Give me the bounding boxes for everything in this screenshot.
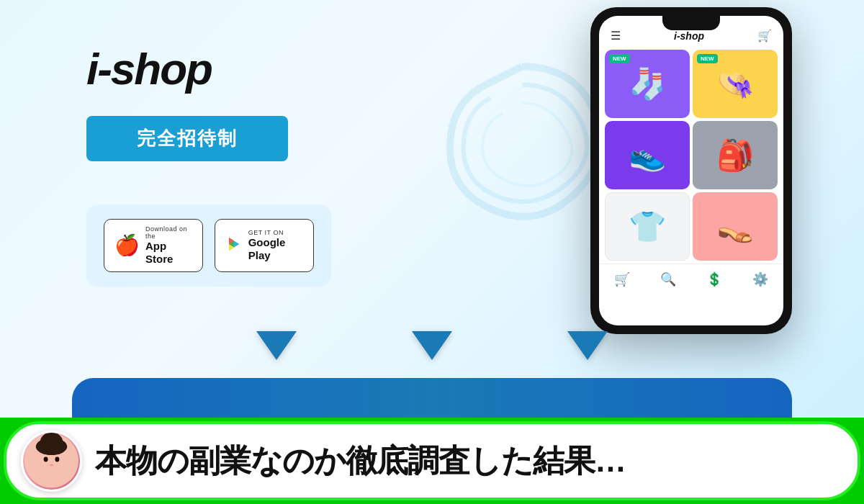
left-content: i-shop 完全招待制 🍎 Download on the App Store bbox=[86, 43, 461, 287]
phone-nav-cart[interactable]: 🛒 bbox=[614, 271, 630, 287]
googleplay-button[interactable]: GET IT ON Google Play bbox=[215, 219, 314, 272]
phone-bottom-nav: 🛒 🔍 💲 ⚙️ bbox=[599, 264, 783, 294]
phone-notch bbox=[662, 16, 720, 30]
googleplay-text: GET IT ON Google Play bbox=[248, 229, 303, 262]
svg-marker-3 bbox=[234, 241, 239, 248]
blue-bar bbox=[72, 378, 792, 418]
phone-cart-icon: 🛒 bbox=[757, 29, 772, 42]
new-badge-2: NEW bbox=[697, 54, 718, 63]
store-buttons-container: 🍎 Download on the App Store bbox=[86, 204, 331, 287]
googleplay-icon bbox=[225, 235, 243, 256]
product-item-3[interactable]: 👟 bbox=[605, 121, 690, 189]
phone-mockup: ☰ i-shop 🛒 NEW 🧦 NEW 👒 bbox=[590, 7, 792, 334]
new-badge-1: NEW bbox=[609, 54, 630, 63]
arrows-section bbox=[0, 331, 864, 360]
avatar bbox=[21, 431, 82, 492]
arrow-3 bbox=[567, 331, 608, 360]
appstore-text: Download on the App Store bbox=[145, 225, 192, 266]
banner-text: 本物の副業なのか徹底調査した結果… bbox=[95, 440, 626, 482]
bottom-banner-inner: 本物の副業なのか徹底調査した結果… bbox=[4, 421, 860, 500]
product-item-5[interactable]: 👕 bbox=[605, 192, 690, 261]
phone-app-title: i-shop bbox=[674, 30, 704, 42]
arrow-2 bbox=[412, 331, 452, 360]
apple-icon: 🍎 bbox=[114, 235, 140, 256]
phone-nav-search[interactable]: 🔍 bbox=[660, 271, 676, 287]
phone-product-grid: NEW 🧦 NEW 👒 👟 🎒 bbox=[599, 47, 783, 264]
svg-point-9 bbox=[50, 464, 53, 466]
product-item-2[interactable]: NEW 👒 bbox=[693, 50, 778, 118]
svg-point-6 bbox=[36, 438, 67, 455]
phone-mockup-container: ☰ i-shop 🛒 NEW 🧦 NEW 👒 bbox=[590, 7, 792, 334]
svg-point-7 bbox=[44, 457, 48, 462]
phone-menu-icon: ☰ bbox=[611, 29, 621, 42]
product-item-6[interactable]: 👡 bbox=[693, 192, 778, 261]
phone-nav-dollar[interactable]: 💲 bbox=[706, 271, 722, 287]
app-title: i-shop bbox=[86, 43, 461, 94]
product-item-1[interactable]: NEW 🧦 bbox=[605, 50, 690, 118]
arrow-1 bbox=[256, 331, 297, 360]
appstore-button[interactable]: 🍎 Download on the App Store bbox=[104, 219, 203, 272]
product-item-4[interactable]: 🎒 bbox=[693, 121, 778, 189]
invite-button[interactable]: 完全招待制 bbox=[86, 116, 288, 161]
main-hero-area: i-shop 完全招待制 🍎 Download on the App Store bbox=[0, 0, 864, 418]
phone-nav-settings[interactable]: ⚙️ bbox=[752, 271, 768, 287]
bottom-banner: 本物の副業なのか徹底調査した結果… bbox=[0, 418, 864, 504]
phone-screen: ☰ i-shop 🛒 NEW 🧦 NEW 👒 bbox=[599, 16, 783, 325]
svg-point-8 bbox=[55, 457, 59, 462]
